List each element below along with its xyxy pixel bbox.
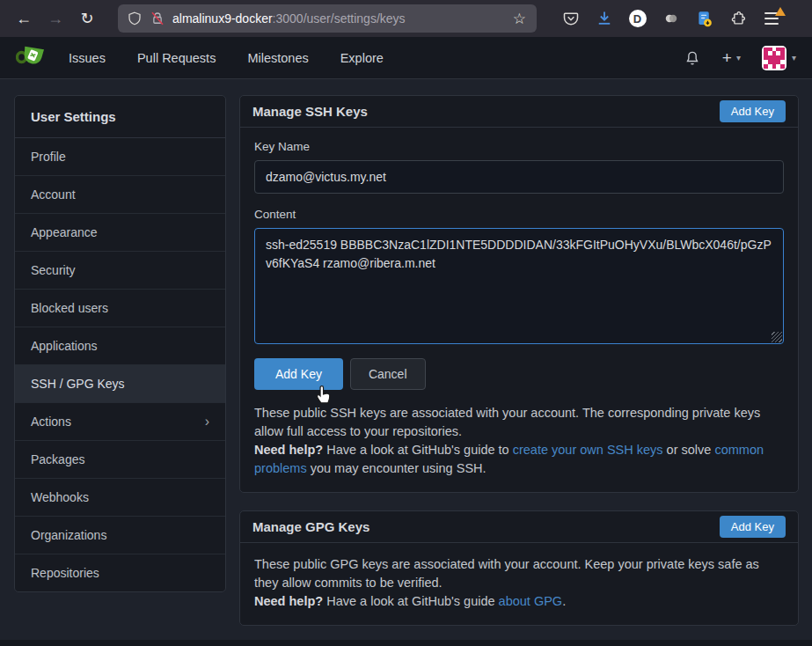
about-gpg-link[interactable]: about GPG — [499, 594, 563, 608]
refresh-icon: ↻ — [80, 9, 93, 28]
update-badge — [775, 7, 786, 16]
chevron-down-icon: ▾ — [792, 53, 796, 62]
sidebar-item-organizations[interactable]: Organizations — [15, 517, 225, 554]
url-path: :3000/user/settings/keys — [273, 11, 406, 26]
sidebar-item-packages[interactable]: Packages — [15, 441, 225, 479]
insecure-lock-icon[interactable] — [150, 11, 165, 26]
key-name-label: Key Name — [254, 140, 784, 153]
key-name-input[interactable] — [254, 160, 784, 194]
notifications-bell-icon[interactable] — [684, 49, 701, 67]
ssh-panel-title: Manage SSH Keys — [252, 104, 368, 119]
key-content-textarea[interactable]: ssh-ed25519 BBBBC3NzaC1lZDI1NTE5DDDDIDAN… — [254, 228, 784, 344]
refresh-button[interactable]: ↻ — [74, 5, 100, 32]
footer-strip — [0, 640, 812, 646]
bookmark-star-icon[interactable]: ☆ — [511, 10, 528, 28]
sidebar-item-profile[interactable]: Profile — [15, 138, 225, 176]
sidebar-item-security[interactable]: Security — [15, 252, 225, 290]
url-text: almalinux9-docker:3000/user/settings/key… — [172, 11, 504, 26]
cancel-button[interactable]: Cancel — [350, 358, 426, 390]
forward-button[interactable]: → — [42, 5, 69, 32]
ssh-help-text: These public SSH keys are associated wit… — [254, 404, 784, 478]
sidebar-item-ssh-gpg-keys[interactable]: SSH / GPG Keys — [15, 365, 225, 403]
sidebar-item-account[interactable]: Account — [15, 176, 225, 214]
ssh-add-key-header-button[interactable]: Add Key — [720, 100, 786, 122]
sidebar-item-repositories[interactable]: Repositories — [15, 554, 225, 591]
nav-milestones[interactable]: Milestones — [247, 51, 308, 65]
forward-icon: → — [48, 10, 63, 28]
url-bar[interactable]: almalinux9-docker:3000/user/settings/key… — [118, 4, 537, 33]
gpg-panel-title: Manage GPG Keys — [252, 519, 369, 534]
textarea-resize-handle[interactable] — [772, 332, 782, 342]
chevron-down-icon: ▾ — [736, 53, 741, 62]
menu-hamburger-icon[interactable] — [762, 10, 780, 28]
sidebar-item-appearance[interactable]: Appearance — [15, 214, 225, 252]
user-menu-dropdown[interactable]: ▾ — [762, 46, 796, 70]
sidebar-item-applications[interactable]: Applications — [15, 327, 225, 365]
browser-toolbar: ← → ↻ almalinux9-docker:3000/user/settin… — [0, 0, 812, 37]
toolbar-extensions-area: D — [561, 10, 780, 28]
nav-pull-requests[interactable]: Pull Requests — [137, 51, 216, 65]
mouse-pointer-cursor — [315, 385, 334, 407]
sidebar-item-webhooks[interactable]: Webhooks — [15, 479, 225, 517]
content-label: Content — [254, 208, 784, 221]
manage-gpg-keys-panel: Manage GPG Keys Add Key These public GPG… — [239, 510, 799, 626]
gpg-help-text: These public GPG keys are associated wit… — [254, 555, 784, 611]
extensions-puzzle-icon[interactable] — [728, 10, 747, 28]
gitea-logo-icon[interactable] — [16, 44, 48, 72]
pocket-icon[interactable] — [561, 10, 580, 28]
create-ssh-keys-link[interactable]: create your own SSH keys — [513, 443, 663, 457]
manage-ssh-keys-panel: Manage SSH Keys Add Key Key Name Content… — [239, 95, 799, 493]
avatar — [762, 46, 786, 70]
gitea-navbar: Issues Pull Requests Milestones Explore … — [0, 37, 812, 79]
settings-sidebar: User Settings Profile Account Appearance… — [14, 95, 226, 592]
nav-issues[interactable]: Issues — [69, 51, 106, 65]
back-button[interactable]: ← — [11, 5, 37, 32]
gpg-add-key-header-button[interactable]: Add Key — [720, 516, 786, 538]
sidebar-title: User Settings — [15, 96, 225, 138]
plus-icon: + — [722, 49, 732, 66]
extension-document-icon[interactable] — [695, 10, 713, 28]
sidebar-item-actions[interactable]: Actions › — [15, 403, 225, 441]
chevron-right-icon: › — [205, 415, 209, 429]
nav-explore[interactable]: Explore — [340, 51, 384, 65]
extension-d-icon[interactable]: D — [628, 10, 647, 28]
downloads-icon[interactable] — [595, 10, 613, 28]
back-icon: ← — [16, 10, 32, 28]
extension-blob-icon[interactable] — [662, 10, 680, 28]
url-host: almalinux9-docker — [172, 11, 273, 26]
create-new-dropdown[interactable]: + ▾ — [722, 49, 741, 66]
tracking-shield-icon[interactable] — [127, 11, 143, 26]
sidebar-item-blocked-users[interactable]: Blocked users — [15, 290, 225, 327]
